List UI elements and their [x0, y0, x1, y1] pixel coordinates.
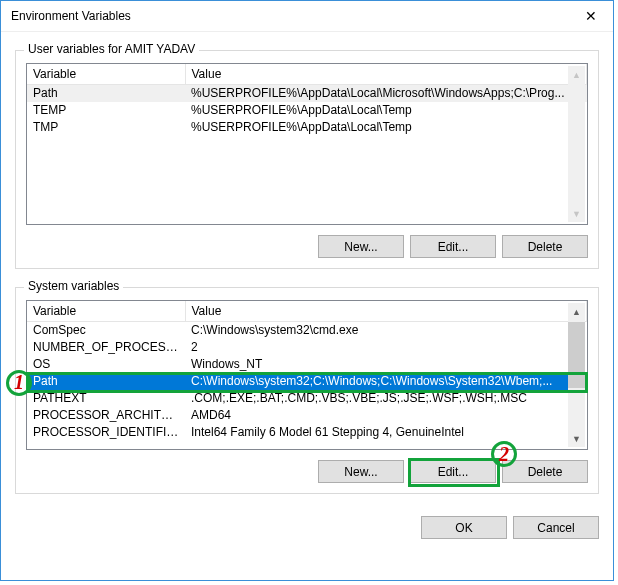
user-button-row: New... Edit... Delete	[26, 235, 588, 258]
system-col-variable[interactable]: Variable	[27, 301, 185, 322]
scroll-down-icon: ▼	[568, 430, 585, 447]
titlebar: Environment Variables ✕	[1, 1, 613, 32]
client-area: User variables for AMIT YADAV Variable V…	[1, 32, 613, 580]
scroll-up-icon: ▲	[568, 66, 585, 83]
environment-variables-dialog: Environment Variables ✕ User variables f…	[0, 0, 614, 581]
table-row[interactable]: OSWindows_NT	[27, 356, 587, 373]
variable-value: %USERPROFILE%\AppData\Local\Temp	[185, 119, 587, 136]
variable-name: NUMBER_OF_PROCESSORS	[27, 339, 185, 356]
user-variables-legend: User variables for AMIT YADAV	[24, 42, 199, 56]
variable-name: PATHEXT	[27, 390, 185, 407]
window-title: Environment Variables	[11, 9, 131, 23]
variable-value: AMD64	[185, 407, 587, 424]
ok-button[interactable]: OK	[421, 516, 507, 539]
variable-name: OS	[27, 356, 185, 373]
dialog-footer: OK Cancel	[15, 508, 599, 539]
system-edit-button[interactable]: Edit...	[410, 460, 496, 483]
variable-value: 2	[185, 339, 587, 356]
system-variables-legend: System variables	[24, 279, 123, 293]
variable-value: C:\Windows\system32;C:\Windows;C:\Window…	[185, 373, 587, 390]
table-row[interactable]: PathC:\Windows\system32;C:\Windows;C:\Wi…	[27, 373, 587, 390]
user-list-scrollbar[interactable]: ▲ ▼	[568, 66, 585, 222]
table-row[interactable]: PATHEXT.COM;.EXE;.BAT;.CMD;.VBS;.VBE;.JS…	[27, 390, 587, 407]
close-button[interactable]: ✕	[568, 1, 613, 31]
close-icon: ✕	[585, 8, 597, 24]
table-row[interactable]: TMP%USERPROFILE%\AppData\Local\Temp	[27, 119, 587, 136]
system-variables-list[interactable]: Variable Value ComSpecC:\Windows\system3…	[26, 300, 588, 450]
variable-value: %USERPROFILE%\AppData\Local\Microsoft\Wi…	[185, 85, 587, 103]
variable-name: TMP	[27, 119, 185, 136]
variable-value: C:\Windows\system32\cmd.exe	[185, 322, 587, 340]
table-row[interactable]: TEMP%USERPROFILE%\AppData\Local\Temp	[27, 102, 587, 119]
variable-name: PROCESSOR_IDENTIFIER	[27, 424, 185, 441]
system-button-row: New... Edit... Delete	[26, 460, 588, 483]
variable-name: PROCESSOR_ARCHITECTURE	[27, 407, 185, 424]
variable-value: Intel64 Family 6 Model 61 Stepping 4, Ge…	[185, 424, 587, 441]
user-edit-button[interactable]: Edit...	[410, 235, 496, 258]
table-row[interactable]: ComSpecC:\Windows\system32\cmd.exe	[27, 322, 587, 340]
variable-name: ComSpec	[27, 322, 185, 340]
variable-name: Path	[27, 85, 185, 103]
variable-value: %USERPROFILE%\AppData\Local\Temp	[185, 102, 587, 119]
user-col-variable[interactable]: Variable	[27, 64, 185, 85]
variable-name: TEMP	[27, 102, 185, 119]
system-delete-button[interactable]: Delete	[502, 460, 588, 483]
table-row[interactable]: NUMBER_OF_PROCESSORS2	[27, 339, 587, 356]
scroll-up-icon: ▲	[568, 303, 585, 320]
variable-name: Path	[27, 373, 185, 390]
user-new-button[interactable]: New...	[318, 235, 404, 258]
user-delete-button[interactable]: Delete	[502, 235, 588, 258]
system-variables-group: System variables Variable Value ComSpecC…	[15, 287, 599, 494]
system-list-scrollbar[interactable]: ▲ ▼	[568, 303, 585, 447]
cancel-button[interactable]: Cancel	[513, 516, 599, 539]
user-variables-group: User variables for AMIT YADAV Variable V…	[15, 50, 599, 269]
system-col-value[interactable]: Value	[185, 301, 587, 322]
variable-value: .COM;.EXE;.BAT;.CMD;.VBS;.VBE;.JS;.JSE;.…	[185, 390, 587, 407]
system-new-button[interactable]: New...	[318, 460, 404, 483]
table-row[interactable]: PROCESSOR_ARCHITECTUREAMD64	[27, 407, 587, 424]
scroll-down-icon: ▼	[568, 205, 585, 222]
user-col-value[interactable]: Value	[185, 64, 587, 85]
table-row[interactable]: Path%USERPROFILE%\AppData\Local\Microsof…	[27, 85, 587, 103]
variable-value: Windows_NT	[185, 356, 587, 373]
user-variables-list[interactable]: Variable Value Path%USERPROFILE%\AppData…	[26, 63, 588, 225]
table-row[interactable]: PROCESSOR_IDENTIFIERIntel64 Family 6 Mod…	[27, 424, 587, 441]
